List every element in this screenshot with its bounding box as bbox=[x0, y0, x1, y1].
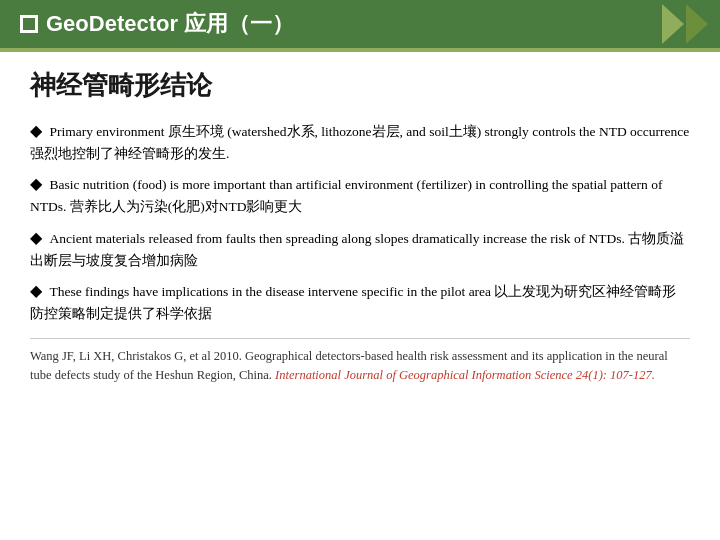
chevron-icon-1 bbox=[662, 4, 684, 44]
bullet-diamond-2: ◆ bbox=[30, 175, 42, 192]
header-bar: GeoDetector 应用（一） bbox=[0, 0, 720, 48]
chevron-decoration bbox=[662, 4, 710, 44]
header-text: GeoDetector 应用（一） bbox=[46, 9, 294, 39]
bullet-diamond-4: ◆ bbox=[30, 282, 42, 299]
bullet-item-2: ◆ Basic nutrition (food) is more importa… bbox=[30, 172, 690, 217]
bullet-item-1: ◆ Primary environment 原生环境 (watershed水系,… bbox=[30, 119, 690, 164]
main-content: 神经管畸形结论 ◆ Primary environment 原生环境 (wate… bbox=[0, 52, 720, 398]
bullet-diamond-3: ◆ bbox=[30, 229, 42, 246]
bullet-item-4: ◆ These findings have implications in th… bbox=[30, 279, 690, 324]
reference-details: 24(1): 107-127. bbox=[576, 368, 655, 382]
header-title: GeoDetector 应用（一） bbox=[20, 9, 294, 39]
bullet-text-1: Primary environment 原生环境 (watershed水系, l… bbox=[30, 124, 689, 161]
bullet-text-3: Ancient materials released from faults t… bbox=[30, 231, 684, 268]
bullet-item-3: ◆ Ancient materials released from faults… bbox=[30, 226, 690, 271]
bullet-text-4: These findings have implications in the … bbox=[30, 284, 676, 321]
reference-journal: International Journal of Geographical In… bbox=[275, 368, 573, 382]
section-title: 神经管畸形结论 bbox=[30, 68, 690, 103]
reference-section: Wang JF, Li XH, Christakos G, et al 2010… bbox=[30, 338, 690, 386]
bullet-diamond-1: ◆ bbox=[30, 122, 42, 139]
bullet-text-2: Basic nutrition (food) is more important… bbox=[30, 177, 662, 214]
chevron-icon-2 bbox=[686, 4, 708, 44]
header-square-icon bbox=[20, 15, 38, 33]
